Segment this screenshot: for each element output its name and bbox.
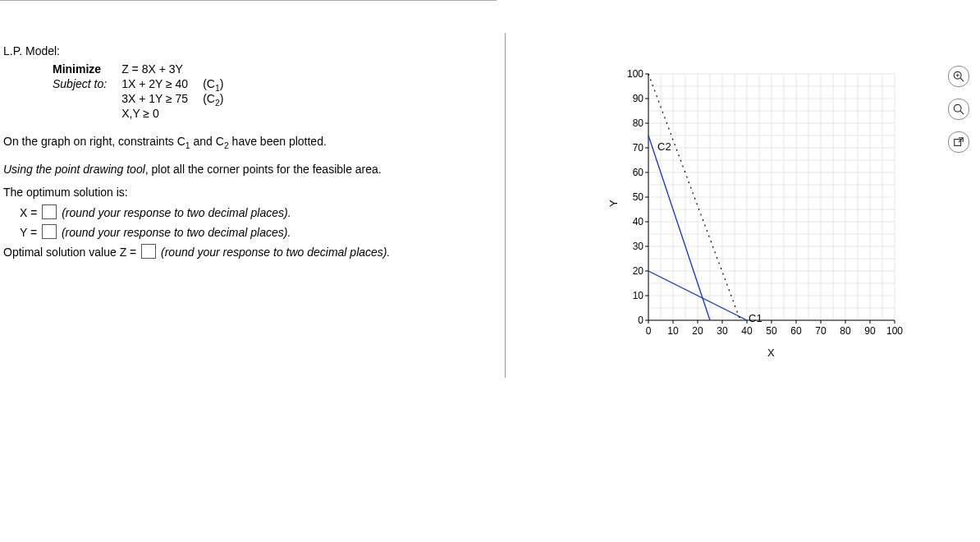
- x-axis-label: X: [767, 347, 775, 359]
- constraint-c2-line: [648, 136, 710, 320]
- svg-line-67: [960, 78, 964, 81]
- lp-formulation: Minimize Z = 8X + 3Y Subject to: 1X + 2Y…: [53, 62, 238, 122]
- obj-expr: Z = 8X + 3Y: [121, 62, 203, 77]
- y-tick: 10: [624, 290, 643, 301]
- y-tick: 80: [624, 117, 643, 129]
- instruction-1: On the graph on right, constraints C1 an…: [3, 133, 490, 149]
- y-tick: 40: [624, 216, 643, 227]
- problem-text-pane: L.P. Model: Minimize Z = 8X + 3Y Subject…: [0, 0, 497, 542]
- svg-point-70: [954, 104, 961, 112]
- zoom-icon[interactable]: [948, 99, 969, 120]
- constraint-1: 1X + 2Y ≥ 40: [121, 77, 203, 92]
- constraint-2: 3X + 1Y ≥ 75: [121, 92, 203, 107]
- y-axis-label: Y: [607, 200, 620, 207]
- answer-y-row: Y = (round your response to two decimal …: [20, 223, 490, 243]
- z-input[interactable]: [141, 244, 156, 259]
- answer-x-row: X = (round your response to two decimal …: [20, 204, 490, 223]
- x-tick: 10: [665, 325, 681, 337]
- y-tick: 30: [624, 241, 643, 252]
- y-tick: 90: [624, 93, 643, 104]
- svg-line-71: [960, 111, 964, 114]
- pane-divider: [505, 33, 506, 378]
- x-tick: 50: [763, 325, 780, 337]
- x-tick: 70: [813, 325, 829, 337]
- constraint-1-name: (C1): [203, 77, 238, 92]
- y-tick: 0: [624, 315, 643, 326]
- svg-rect-72: [955, 140, 961, 146]
- x-input[interactable]: [42, 204, 57, 219]
- x-tick: 0: [640, 325, 657, 337]
- graph-tools: [948, 66, 973, 164]
- st-label: Subject to:: [53, 77, 121, 92]
- model-title: L.P. Model:: [3, 44, 490, 57]
- x-tick: 80: [837, 325, 854, 337]
- chart-svg[interactable]: C2 C1: [632, 66, 911, 345]
- y-input[interactable]: [42, 224, 57, 239]
- y-tick: 100: [624, 68, 643, 80]
- y-tick: 50: [624, 191, 643, 203]
- answer-block: The optimum solution is: X = (round your…: [20, 183, 490, 263]
- x-tick: 40: [739, 325, 755, 337]
- x-tick: 60: [788, 325, 804, 337]
- answer-z-row: Optimal solution value Z = (round your r…: [3, 243, 490, 263]
- y-tick: 60: [624, 167, 643, 178]
- c1-label: C1: [749, 312, 762, 324]
- x-tick: 100: [886, 325, 903, 337]
- graph-pane[interactable]: Y: [517, 49, 977, 394]
- x-tick: 20: [689, 325, 706, 337]
- y-tick: 70: [624, 142, 643, 154]
- y-tick: 20: [624, 265, 643, 277]
- popout-icon[interactable]: [948, 131, 969, 153]
- nonneg: X,Y ≥ 0: [121, 107, 203, 122]
- x-tick: 30: [714, 325, 730, 337]
- answer-lead: The optimum solution is:: [3, 183, 490, 203]
- obj-label: Minimize: [53, 62, 121, 77]
- constraint-2-name: (C2): [203, 92, 238, 107]
- instruction-2: Using the point drawing tool, plot all t…: [3, 161, 490, 177]
- zoom-in-icon[interactable]: [948, 66, 969, 87]
- x-tick: 90: [862, 325, 878, 337]
- c2-label: C2: [657, 140, 671, 153]
